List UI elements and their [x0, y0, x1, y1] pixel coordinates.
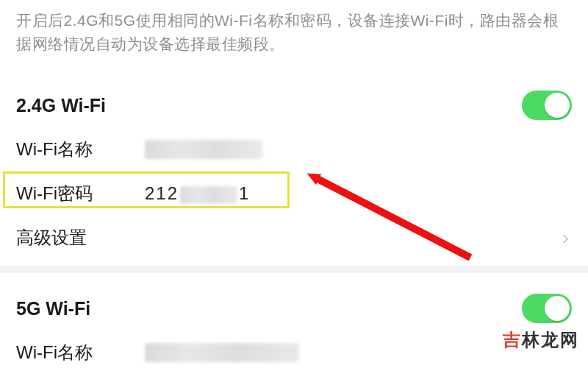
pw-24g-redacted	[180, 186, 237, 204]
row-5g-name[interactable]: Wi-Fi名称	[0, 330, 588, 368]
watermark: 吉林龙网	[503, 328, 579, 352]
pw-24g-prefix: 212	[145, 183, 179, 203]
value-24g-password: 2121	[145, 183, 250, 204]
toggle-5g[interactable]	[522, 294, 572, 323]
section-24g-header: 2.4G Wi-Fi	[0, 70, 588, 127]
section-divider	[0, 266, 588, 273]
chevron-right-icon: ›	[562, 226, 572, 250]
section-5g-title: 5G Wi-Fi	[16, 298, 90, 319]
row-24g-advanced[interactable]: 高级设置 ›	[0, 216, 588, 260]
section-24g-title: 2.4G Wi-Fi	[16, 95, 106, 116]
watermark-first-char: 吉	[503, 330, 522, 350]
value-5g-name-redacted	[145, 343, 299, 362]
label-24g-password: Wi-Fi密码	[16, 182, 145, 205]
row-24g-name[interactable]: Wi-Fi名称	[0, 127, 588, 171]
toggle-24g[interactable]	[522, 91, 572, 120]
value-24g-name-redacted	[145, 140, 262, 159]
label-24g-advanced: 高级设置	[16, 226, 87, 250]
watermark-rest: 林龙网	[522, 330, 579, 350]
label-24g-name: Wi-Fi名称	[16, 138, 145, 161]
label-5g-name: Wi-Fi名称	[16, 341, 145, 364]
row-24g-password[interactable]: Wi-Fi密码 2121	[0, 171, 588, 216]
section-5g-header: 5G Wi-Fi	[0, 273, 588, 330]
pw-24g-suffix: 1	[239, 183, 250, 203]
feature-description: 开启后2.4G和5G使用相同的Wi-Fi名称和密码，设备连接Wi-Fi时，路由器…	[0, 0, 588, 70]
